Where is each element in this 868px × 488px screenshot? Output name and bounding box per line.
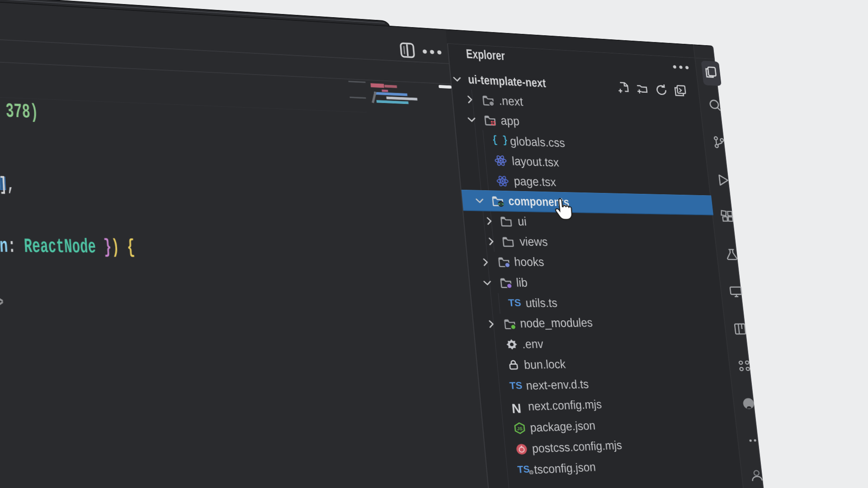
svg-text:<>: <> bbox=[498, 201, 504, 207]
svg-text:JS: JS bbox=[517, 426, 523, 431]
